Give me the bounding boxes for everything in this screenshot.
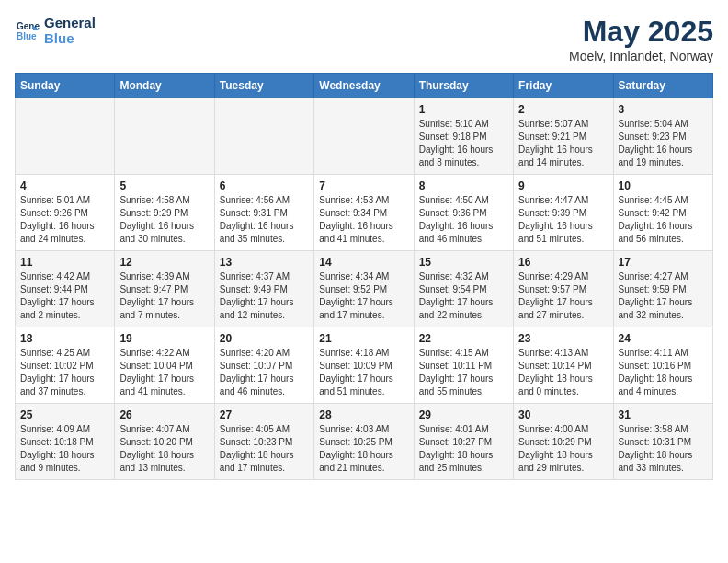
- calendar-cell: 30Sunrise: 4:00 AM Sunset: 10:29 PM Dayl…: [514, 404, 613, 480]
- day-number: 21: [319, 332, 408, 345]
- day-content: Sunrise: 4:00 AM Sunset: 10:29 PM Daylig…: [518, 423, 608, 475]
- month-title: May 2025: [569, 15, 713, 49]
- day-number: 20: [220, 332, 309, 345]
- day-content: Sunrise: 4:34 AM Sunset: 9:52 PM Dayligh…: [319, 270, 408, 322]
- calendar-header-row: SundayMondayTuesdayWednesdayThursdayFrid…: [16, 74, 713, 98]
- calendar-cell: 28Sunrise: 4:03 AM Sunset: 10:25 PM Dayl…: [314, 404, 414, 480]
- day-number: 1: [419, 103, 508, 116]
- day-number: 24: [619, 332, 708, 345]
- calendar-cell: 26Sunrise: 4:07 AM Sunset: 10:20 PM Dayl…: [115, 404, 214, 480]
- calendar-cell: [16, 98, 115, 175]
- day-content: Sunrise: 4:22 AM Sunset: 10:04 PM Daylig…: [119, 347, 209, 398]
- day-content: Sunrise: 4:42 AM Sunset: 9:44 PM Dayligh…: [20, 270, 109, 322]
- weekday-header: Saturday: [613, 74, 712, 98]
- calendar-cell: [214, 98, 313, 175]
- calendar-cell: 1Sunrise: 5:10 AM Sunset: 9:18 PM Daylig…: [414, 98, 513, 175]
- day-content: Sunrise: 4:47 AM Sunset: 9:39 PM Dayligh…: [518, 194, 608, 246]
- calendar-week-row: 11Sunrise: 4:42 AM Sunset: 9:44 PM Dayli…: [16, 251, 713, 327]
- day-number: 23: [518, 332, 608, 345]
- weekday-header: Wednesday: [314, 74, 414, 98]
- calendar-cell: 19Sunrise: 4:22 AM Sunset: 10:04 PM Dayl…: [115, 327, 214, 404]
- day-content: Sunrise: 4:20 AM Sunset: 10:07 PM Daylig…: [220, 347, 309, 398]
- day-number: 16: [518, 256, 608, 269]
- day-number: 7: [319, 179, 408, 192]
- svg-text:Blue: Blue: [17, 31, 37, 41]
- calendar-cell: 17Sunrise: 4:27 AM Sunset: 9:59 PM Dayli…: [613, 251, 712, 327]
- day-content: Sunrise: 4:32 AM Sunset: 9:54 PM Dayligh…: [419, 270, 508, 322]
- calendar-cell: 15Sunrise: 4:32 AM Sunset: 9:54 PM Dayli…: [414, 251, 513, 327]
- calendar-cell: 23Sunrise: 4:13 AM Sunset: 10:14 PM Dayl…: [514, 327, 613, 404]
- day-number: 4: [20, 179, 109, 192]
- day-content: Sunrise: 4:58 AM Sunset: 9:29 PM Dayligh…: [119, 194, 209, 246]
- day-number: 12: [119, 256, 209, 269]
- day-number: 17: [619, 256, 708, 269]
- day-number: 25: [20, 408, 109, 421]
- day-content: Sunrise: 5:10 AM Sunset: 9:18 PM Dayligh…: [419, 118, 508, 169]
- calendar-cell: 20Sunrise: 4:20 AM Sunset: 10:07 PM Dayl…: [214, 327, 313, 404]
- calendar-cell: 16Sunrise: 4:29 AM Sunset: 9:57 PM Dayli…: [514, 251, 613, 327]
- day-number: 29: [419, 408, 508, 421]
- day-number: 5: [119, 179, 209, 192]
- calendar-cell: 21Sunrise: 4:18 AM Sunset: 10:09 PM Dayl…: [314, 327, 414, 404]
- day-content: Sunrise: 4:37 AM Sunset: 9:49 PM Dayligh…: [220, 270, 309, 322]
- day-number: 26: [119, 408, 209, 421]
- day-number: 19: [119, 332, 209, 345]
- day-number: 27: [220, 408, 309, 421]
- calendar-cell: 14Sunrise: 4:34 AM Sunset: 9:52 PM Dayli…: [314, 251, 414, 327]
- day-number: 6: [220, 179, 309, 192]
- weekday-header: Sunday: [16, 74, 115, 98]
- logo-icon: General Blue: [15, 17, 40, 43]
- calendar-cell: 24Sunrise: 4:11 AM Sunset: 10:16 PM Dayl…: [613, 327, 712, 404]
- weekday-header: Tuesday: [214, 74, 313, 98]
- day-number: 30: [518, 408, 608, 421]
- day-number: 10: [619, 179, 708, 192]
- day-number: 3: [619, 103, 708, 116]
- day-number: 18: [20, 332, 109, 345]
- day-content: Sunrise: 4:25 AM Sunset: 10:02 PM Daylig…: [20, 347, 109, 398]
- day-number: 2: [518, 103, 608, 116]
- calendar-cell: 11Sunrise: 4:42 AM Sunset: 9:44 PM Dayli…: [16, 251, 115, 327]
- day-content: Sunrise: 4:29 AM Sunset: 9:57 PM Dayligh…: [518, 270, 608, 322]
- logo: General Blue General Blue: [15, 15, 96, 47]
- day-content: Sunrise: 4:39 AM Sunset: 9:47 PM Dayligh…: [119, 270, 209, 322]
- calendar-cell: 5Sunrise: 4:58 AM Sunset: 9:29 PM Daylig…: [115, 175, 214, 251]
- calendar-cell: 18Sunrise: 4:25 AM Sunset: 10:02 PM Dayl…: [16, 327, 115, 404]
- weekday-header: Monday: [115, 74, 214, 98]
- day-content: Sunrise: 4:18 AM Sunset: 10:09 PM Daylig…: [319, 347, 408, 398]
- calendar-cell: 27Sunrise: 4:05 AM Sunset: 10:23 PM Dayl…: [214, 404, 313, 480]
- day-number: 11: [20, 256, 109, 269]
- calendar-cell: [314, 98, 414, 175]
- calendar-cell: 8Sunrise: 4:50 AM Sunset: 9:36 PM Daylig…: [414, 175, 513, 251]
- calendar-cell: 10Sunrise: 4:45 AM Sunset: 9:42 PM Dayli…: [613, 175, 712, 251]
- day-number: 13: [220, 256, 309, 269]
- day-number: 15: [419, 256, 508, 269]
- day-content: Sunrise: 5:04 AM Sunset: 9:23 PM Dayligh…: [619, 118, 708, 169]
- day-content: Sunrise: 4:11 AM Sunset: 10:16 PM Daylig…: [619, 347, 708, 398]
- day-number: 14: [319, 256, 408, 269]
- day-content: Sunrise: 4:56 AM Sunset: 9:31 PM Dayligh…: [220, 194, 309, 246]
- location-subtitle: Moelv, Innlandet, Norway: [569, 49, 713, 63]
- day-number: 9: [518, 179, 608, 192]
- calendar-week-row: 25Sunrise: 4:09 AM Sunset: 10:18 PM Dayl…: [16, 404, 713, 480]
- day-content: Sunrise: 4:13 AM Sunset: 10:14 PM Daylig…: [518, 347, 608, 398]
- calendar-cell: 25Sunrise: 4:09 AM Sunset: 10:18 PM Dayl…: [16, 404, 115, 480]
- day-content: Sunrise: 4:01 AM Sunset: 10:27 PM Daylig…: [419, 423, 508, 475]
- day-content: Sunrise: 4:53 AM Sunset: 9:34 PM Dayligh…: [319, 194, 408, 246]
- calendar-table: SundayMondayTuesdayWednesdayThursdayFrid…: [15, 73, 713, 480]
- weekday-header: Friday: [514, 74, 613, 98]
- day-content: Sunrise: 4:09 AM Sunset: 10:18 PM Daylig…: [20, 423, 109, 475]
- calendar-cell: [115, 98, 214, 175]
- calendar-cell: 2Sunrise: 5:07 AM Sunset: 9:21 PM Daylig…: [514, 98, 613, 175]
- calendar-week-row: 1Sunrise: 5:10 AM Sunset: 9:18 PM Daylig…: [16, 98, 713, 175]
- day-number: 31: [619, 408, 708, 421]
- calendar-cell: 22Sunrise: 4:15 AM Sunset: 10:11 PM Dayl…: [414, 327, 513, 404]
- day-content: Sunrise: 4:45 AM Sunset: 9:42 PM Dayligh…: [619, 194, 708, 246]
- calendar-cell: 6Sunrise: 4:56 AM Sunset: 9:31 PM Daylig…: [214, 175, 313, 251]
- calendar-cell: 3Sunrise: 5:04 AM Sunset: 9:23 PM Daylig…: [613, 98, 712, 175]
- calendar-cell: 13Sunrise: 4:37 AM Sunset: 9:49 PM Dayli…: [214, 251, 313, 327]
- calendar-cell: 4Sunrise: 5:01 AM Sunset: 9:26 PM Daylig…: [16, 175, 115, 251]
- day-content: Sunrise: 4:03 AM Sunset: 10:25 PM Daylig…: [319, 423, 408, 475]
- calendar-week-row: 18Sunrise: 4:25 AM Sunset: 10:02 PM Dayl…: [16, 327, 713, 404]
- day-content: Sunrise: 4:15 AM Sunset: 10:11 PM Daylig…: [419, 347, 508, 398]
- day-content: Sunrise: 4:50 AM Sunset: 9:36 PM Dayligh…: [419, 194, 508, 246]
